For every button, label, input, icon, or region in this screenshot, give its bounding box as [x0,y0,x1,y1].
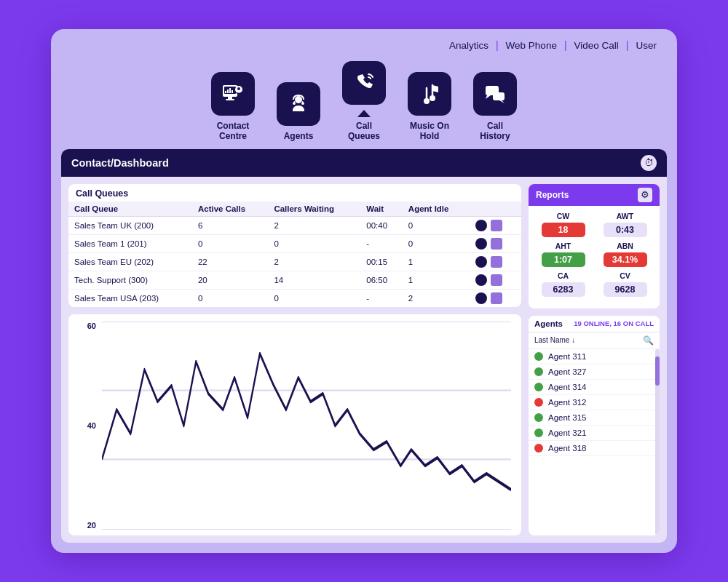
cq-wait: 00:40 [360,216,403,234]
col-agent-idle: Agent Idle [403,202,470,217]
call-queues-section: Call Queues Call Queue Active Calls Call… [68,184,521,307]
music-on-hold-label: Music OnHold [410,121,449,142]
y-label-20: 20 [79,521,99,530]
svg-point-10 [295,96,302,103]
cq-agent-idle: 1 [403,252,470,271]
cq-agent-idle: 2 [403,289,470,307]
col-wait: Wait [360,202,403,217]
agent-status-dot [534,367,543,376]
agent-status-dot [534,444,543,453]
agent-row[interactable]: Agent 327 [529,364,660,380]
nav-web-phone[interactable]: Web Phone [506,40,557,51]
call-queues-label: CallQueues [348,121,380,142]
cq-callers-waiting: 2 [268,252,360,271]
contact-centre-icon-box [211,72,255,116]
report-value: 9628 [604,282,647,297]
agents-list-wrap: Agent 311 Agent 327 Agent 314 Agent 312 … [529,349,660,535]
agent-name: Agent 327 [548,367,586,376]
call-queues-section-title: Call Queues [68,184,521,202]
agent-icon[interactable] [475,256,487,268]
table-row: Sales Team USA (203) 0 0 - 2 [68,289,521,307]
call-queues-icon-box [342,61,386,105]
nav-agents[interactable]: Agents [272,82,325,141]
call-history-label: CallHistory [480,121,510,142]
agent-row[interactable]: Agent 318 [529,441,660,456]
cq-callers-waiting: 14 [268,271,360,289]
nav-contact-centre[interactable]: ContactCentre [207,72,259,142]
agent-status-dot [534,383,543,391]
cq-agent-idle: 0 [403,216,470,234]
report-label: CA [558,271,569,280]
svg-point-5 [237,87,240,90]
agent-status-dot [534,413,543,422]
report-cell: CV 9628 [596,271,654,297]
nav-user[interactable]: User [636,40,657,51]
cq-actions [470,289,521,307]
nav-call-queues[interactable]: CallQueues [338,61,390,142]
nav-music-on-hold[interactable]: Music OnHold [403,72,456,142]
agent-icon[interactable] [475,274,487,286]
edit-icon[interactable] [491,292,502,304]
agent-name: Agent 318 [548,444,586,453]
report-cell: CW 18 [534,212,592,237]
cq-agent-idle: 1 [403,271,470,289]
call-queues-table: Call Queue Active Calls Callers Waiting … [68,202,521,307]
contact-centre-label: ContactCentre [217,121,250,142]
agents-filter-label[interactable]: Last Name ↓ [534,336,575,344]
agent-row[interactable]: Agent 314 [529,380,660,395]
reports-gear-btn[interactable]: ⚙ [638,188,652,202]
cq-wait: - [360,289,403,307]
agent-name: Agent 321 [548,428,586,437]
report-cell: AHT 1:07 [534,242,592,267]
agent-name: Agent 312 [548,398,586,407]
agent-row[interactable]: Agent 321 [529,426,660,441]
report-value: 18 [542,223,585,237]
agent-name: Agent 311 [548,352,586,361]
svg-rect-14 [493,92,505,100]
svg-point-12 [430,95,435,101]
chart-svg-wrap [102,322,511,530]
cq-callers-waiting: 2 [268,216,360,234]
svg-rect-2 [228,97,232,99]
agents-icon-box [277,82,320,126]
report-label: CV [620,271,630,280]
agent-row[interactable]: Agent 315 [529,410,660,426]
agent-row[interactable]: Agent 311 [529,349,660,364]
agents-online-count: 19 ONLINE, 16 ON CALL [574,319,654,327]
svg-rect-6 [225,91,226,93]
cq-active-calls: 6 [192,216,268,234]
nav-analytics[interactable]: Analytics [449,40,488,51]
nav-call-history[interactable]: CallHistory [469,72,521,142]
agent-icon[interactable] [475,292,487,304]
table-row: Sales Team UK (200) 6 2 00:40 0 [68,216,521,234]
left-panel: Call Queues Call Queue Active Calls Call… [68,184,521,535]
scrollbar-track [655,349,660,535]
call-history-icon [483,82,507,105]
contact-centre-icon [221,82,245,105]
agents-filter-row: Last Name ↓ 🔍 [529,332,660,349]
report-value: 6283 [542,282,585,297]
edit-icon[interactable] [491,220,502,231]
cq-wait: 00:15 [360,252,403,271]
line-chart [102,322,511,530]
table-row: Sales Team 1 (201) 0 0 - 0 [68,234,521,252]
call-history-icon-box [473,72,517,116]
edit-icon[interactable] [491,256,502,268]
scrollbar-thumb[interactable] [655,356,660,386]
nav-video-call[interactable]: Video Call [574,40,619,51]
cq-name: Sales Team USA (203) [68,289,192,307]
table-row: Tech. Support (300) 20 14 06:50 1 [68,271,521,289]
chart-area: 60 40 20 [79,322,511,530]
agent-row[interactable]: Agent 312 [529,395,660,410]
dashboard-settings-btn[interactable]: ⏱ [641,155,657,171]
svg-rect-9 [232,90,233,93]
report-value: 34.1% [604,252,647,267]
agent-icon[interactable] [475,238,487,250]
edit-icon[interactable] [491,238,502,250]
cq-actions [470,216,521,234]
dashboard-header: Contact/Dashboard ⏱ [61,149,667,177]
edit-icon[interactable] [491,274,502,286]
svg-rect-3 [226,99,234,100]
agents-search-icon[interactable]: 🔍 [643,335,654,346]
agent-icon[interactable] [475,220,487,231]
